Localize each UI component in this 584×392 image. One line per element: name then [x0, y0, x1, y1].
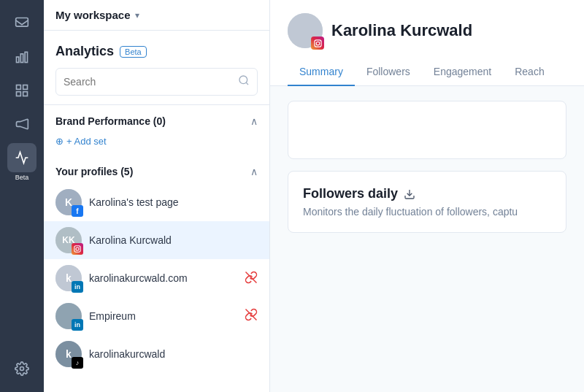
svg-rect-1: [17, 57, 19, 63]
facebook-badge-icon: f: [72, 205, 83, 217]
profile-item-empireum[interactable]: in Empireum: [44, 297, 269, 335]
svg-point-17: [319, 41, 320, 42]
settings-icon: [7, 354, 36, 383]
broken-link-icon-karolinakurcwald-com[interactable]: [245, 271, 258, 286]
main-profile-name: Karolina Kurcwald: [331, 21, 472, 40]
svg-point-8: [20, 367, 24, 371]
search-box[interactable]: [55, 68, 258, 96]
bar-chart-icon: [7, 42, 36, 72]
left-panel-header: Analytics Beta: [44, 31, 269, 105]
profile-name-karolinakurcwald-com: karolinakurcwald.com: [89, 272, 188, 284]
nav-item-campaigns[interactable]: [7, 109, 36, 139]
followers-daily-title: Followers daily: [303, 186, 398, 201]
main-body: Followers daily Monitors the daily fluct…: [270, 86, 584, 392]
instagram-header-badge-icon: [311, 36, 324, 50]
profile-header-row: Karolina Kurcwald: [288, 13, 566, 48]
tab-summary[interactable]: Summary: [288, 60, 355, 86]
your-profiles-header: Your profiles (5) ∧: [44, 155, 269, 183]
beta-badge: Beta: [120, 46, 147, 58]
profile-avatar-karolinakurcwald-com: k in: [55, 265, 82, 291]
tabs-row: Summary Followers Engagement Reach: [288, 60, 566, 85]
followers-daily-title-row: Followers daily: [303, 186, 551, 201]
instagram-badge-icon: [72, 243, 83, 255]
profile-avatar-tiktok: k ♪: [55, 341, 82, 367]
svg-point-11: [76, 247, 79, 250]
svg-point-12: [79, 247, 80, 247]
linkedin-badge-icon: in: [72, 281, 83, 293]
broken-link-icon-empireum[interactable]: [245, 308, 258, 324]
profile-name-empireum: Empireum: [89, 310, 136, 322]
followers-daily-card: Followers daily Monitors the daily fluct…: [288, 171, 566, 233]
main-content: Karolina Kurcwald Summary Followers Enga…: [270, 0, 584, 392]
tab-followers[interactable]: Followers: [355, 60, 422, 86]
left-panel: My workspace ▾ Analytics Beta Brand Perf…: [44, 0, 270, 392]
nav-item-inbox[interactable]: [7, 9, 36, 38]
nav-item-settings[interactable]: [7, 354, 36, 383]
svg-rect-5: [23, 85, 28, 90]
profile-name-karolinakurcwald-tiktok: karolinakurcwald: [89, 348, 165, 360]
add-set-plus-icon: ⊕: [55, 136, 64, 147]
tab-reach[interactable]: Reach: [503, 60, 556, 86]
main-profile-avatar: [288, 13, 323, 48]
grid-icon: [7, 76, 36, 105]
search-input[interactable]: [64, 76, 232, 88]
nav-beta-label: Beta: [15, 174, 29, 181]
nav-item-beta[interactable]: Beta: [7, 143, 36, 181]
your-profiles-chevron-icon[interactable]: ∧: [250, 166, 258, 177]
nav-item-analytics[interactable]: [7, 42, 36, 72]
sidebar-nav: Beta: [0, 0, 44, 392]
line-chart-icon: [7, 143, 36, 172]
profile-avatar-karolinas-test: K f: [55, 189, 82, 215]
your-profiles-section: Your profiles (5) ∧ K f Karolina's test …: [44, 155, 269, 373]
svg-rect-7: [23, 92, 28, 96]
workspace-title: My workspace: [55, 9, 131, 21]
profile-avatar-karolina-kurcwald: KK: [55, 227, 82, 253]
svg-rect-6: [17, 92, 21, 96]
add-set-label: + Add set: [66, 136, 107, 147]
main-header: Karolina Kurcwald Summary Followers Enga…: [270, 0, 584, 86]
svg-rect-3: [25, 52, 27, 62]
profile-name-karolinas-test: Karolina's test page: [89, 196, 179, 208]
profile-item-karolinakurcwald-com[interactable]: k in karolinakurcwald.com: [44, 259, 269, 297]
svg-rect-10: [74, 246, 80, 252]
profile-name-karolina-kurcwald: Karolina Kurcwald: [89, 234, 172, 246]
inbox-icon: [7, 9, 36, 38]
followers-daily-description: Monitors the daily fluctuation of follow…: [303, 206, 551, 218]
search-icon: [238, 74, 250, 89]
brand-performance-title: Brand Performance (0): [55, 115, 166, 127]
tiktok-badge-icon: ♪: [72, 357, 83, 369]
brand-performance-section: Brand Performance (0) ∧: [44, 105, 269, 133]
your-profiles-title: Your profiles (5): [55, 166, 133, 177]
brand-performance-chevron-icon[interactable]: ∧: [250, 115, 258, 127]
left-panel-body: Brand Performance (0) ∧ ⊕ + Add set Your…: [44, 105, 269, 392]
profile-avatar-empireum: in: [55, 303, 82, 329]
svg-point-9: [239, 76, 247, 84]
download-icon[interactable]: [404, 188, 415, 200]
tab-engagement[interactable]: Engagement: [422, 60, 503, 86]
workspace-header: My workspace ▾: [44, 0, 269, 31]
svg-rect-15: [314, 39, 320, 46]
analytics-title-row: Analytics Beta: [55, 44, 258, 59]
megaphone-icon: [7, 109, 36, 139]
analytics-title: Analytics: [55, 44, 114, 59]
profile-item-karolinas-test[interactable]: K f Karolina's test page: [44, 183, 269, 221]
svg-point-16: [316, 42, 320, 45]
chart-card: [288, 101, 566, 159]
svg-rect-4: [17, 85, 21, 90]
svg-rect-2: [20, 54, 23, 63]
profile-item-karolinakurcwald-tiktok[interactable]: k ♪ karolinakurcwald: [44, 335, 269, 373]
nav-item-grid[interactable]: [7, 76, 36, 105]
workspace-chevron-icon: ▾: [135, 10, 139, 20]
linkedin-badge-empireum-icon: in: [72, 319, 83, 331]
profile-item-karolina-kurcwald[interactable]: KK Karolina Kurcwald: [44, 221, 269, 259]
add-set-button[interactable]: ⊕ + Add set: [44, 133, 269, 155]
